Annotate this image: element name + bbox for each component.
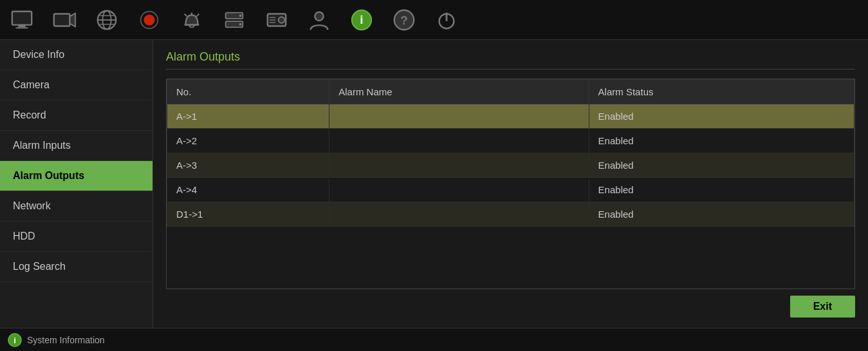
power-icon[interactable] [431, 5, 462, 35]
sidebar-item-record[interactable]: Record [0, 100, 152, 131]
svg-point-21 [279, 17, 285, 23]
cell-alarm-status: Enabled [589, 153, 854, 178]
sidebar: Device Info Camera Record Alarm Inputs A… [0, 40, 153, 328]
table-row[interactable]: A->3Enabled [167, 153, 854, 178]
cell-alarm-name [329, 202, 589, 227]
cell-alarm-status: Enabled [589, 104, 854, 129]
table-row[interactable]: D1->1Enabled [167, 202, 854, 227]
sidebar-item-alarm-outputs[interactable]: Alarm Outputs [0, 161, 152, 191]
cell-alarm-status: Enabled [589, 178, 854, 202]
sidebar-item-log-search[interactable]: Log Search [0, 252, 152, 282]
hdd-icon[interactable] [261, 5, 292, 35]
svg-line-14 [185, 14, 187, 16]
cell-no: D1->1 [167, 202, 329, 227]
svg-point-18 [239, 14, 242, 17]
camera-icon[interactable] [49, 5, 80, 35]
svg-rect-3 [54, 14, 70, 26]
user-icon[interactable] [304, 5, 335, 35]
svg-point-11 [143, 14, 154, 25]
storage-icon[interactable] [219, 5, 250, 35]
exit-button[interactable]: Exit [790, 296, 855, 318]
table-row[interactable]: A->2Enabled [167, 129, 854, 153]
sidebar-item-camera[interactable]: Camera [0, 70, 152, 100]
svg-text:i: i [14, 336, 16, 345]
svg-text:i: i [360, 12, 363, 26]
cell-no: A->3 [167, 153, 329, 178]
exit-button-area: Exit [166, 296, 855, 318]
sidebar-item-device-info[interactable]: Device Info [0, 40, 152, 70]
svg-rect-0 [12, 11, 32, 24]
main-layout: Device Info Camera Record Alarm Inputs A… [0, 40, 868, 328]
svg-point-25 [315, 12, 323, 20]
cell-no: A->4 [167, 178, 329, 202]
svg-marker-4 [70, 13, 76, 26]
record-icon[interactable] [134, 5, 165, 35]
cell-alarm-name [329, 178, 589, 202]
col-header-alarm-status: Alarm Status [589, 80, 854, 104]
sidebar-item-alarm-inputs[interactable]: Alarm Inputs [0, 131, 152, 161]
cell-alarm-status: Enabled [589, 129, 854, 153]
cell-alarm-name [329, 129, 589, 153]
svg-rect-1 [18, 24, 25, 27]
sidebar-item-hdd[interactable]: HDD [0, 222, 152, 252]
col-header-alarm-name: Alarm Name [329, 80, 589, 104]
alarm-icon[interactable] [176, 5, 207, 35]
svg-point-19 [239, 23, 242, 25]
svg-text:?: ? [400, 13, 408, 26]
cell-alarm-name [329, 104, 589, 129]
network-icon[interactable] [91, 5, 122, 35]
toolbar: i ? [0, 0, 868, 40]
cell-alarm-name [329, 153, 589, 178]
page-title: Alarm Outputs [166, 50, 855, 70]
alarm-table-wrapper: No. Alarm Name Alarm Status A->1EnabledA… [166, 79, 855, 289]
content-area: Alarm Outputs No. Alarm Name Alarm Statu… [153, 40, 868, 328]
svg-rect-2 [16, 27, 28, 28]
info-status-icon: i [8, 333, 22, 347]
info-icon[interactable]: i [346, 5, 377, 35]
status-text: System Information [27, 335, 105, 345]
cell-no: A->2 [167, 129, 329, 153]
statusbar: i System Information [0, 328, 868, 351]
monitor-icon[interactable] [6, 5, 37, 35]
sidebar-item-network[interactable]: Network [0, 191, 152, 222]
table-header-row: No. Alarm Name Alarm Status [167, 80, 854, 104]
cell-no: A->1 [167, 104, 329, 129]
cell-alarm-status: Enabled [589, 202, 854, 227]
table-row[interactable]: A->4Enabled [167, 178, 854, 202]
help-icon[interactable]: ? [389, 5, 420, 35]
svg-line-15 [197, 14, 199, 16]
alarm-outputs-table: No. Alarm Name Alarm Status A->1EnabledA… [167, 79, 854, 227]
col-header-no: No. [167, 80, 329, 104]
table-row[interactable]: A->1Enabled [167, 104, 854, 129]
